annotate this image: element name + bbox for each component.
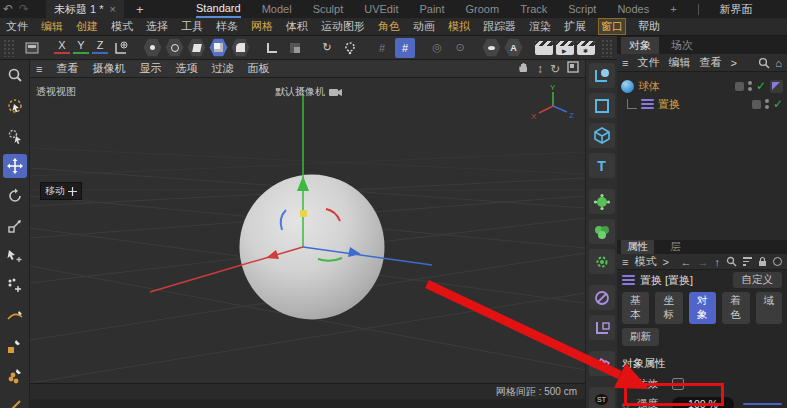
viewport-menu-display[interactable]: 显示 [139, 61, 161, 76]
menu-edit[interactable]: 编辑 [41, 19, 63, 34]
layer-chip[interactable] [735, 82, 744, 91]
menu-mesh[interactable]: 网格 [251, 19, 273, 34]
make-editable-button[interactable] [22, 38, 42, 58]
mode-menu[interactable]: 模式 [634, 254, 656, 269]
rectangle-spline-icon[interactable] [589, 93, 615, 118]
menu-spline[interactable]: 样条 [216, 19, 238, 34]
y-axis-lock-button[interactable]: Y [73, 39, 89, 57]
close-tab-icon[interactable]: × [110, 3, 116, 15]
menu-mograph[interactable]: 运动图形 [321, 19, 365, 34]
model-mode-button[interactable] [209, 38, 228, 57]
enable-axis-button[interactable] [262, 38, 282, 58]
visibility-dots[interactable] [765, 99, 769, 109]
keyframe-diamond-icon[interactable]: ◇ [622, 399, 632, 408]
search-icon[interactable] [726, 256, 737, 267]
field-icon[interactable] [589, 285, 615, 310]
modeling-settings-button[interactable] [340, 38, 360, 58]
chevron-right-icon[interactable]: > [662, 256, 668, 268]
scale-tool[interactable] [3, 214, 27, 238]
strength-input[interactable]: 100 % [672, 397, 734, 408]
workspace-tab-model[interactable]: Model [262, 1, 292, 17]
workspace-tab-uvedit[interactable]: UVEdit [364, 1, 398, 17]
menu-window[interactable]: 窗口 [599, 19, 625, 34]
tab-attributes[interactable]: 属性 [621, 240, 654, 254]
cube-primitive-icon[interactable] [589, 123, 615, 148]
workspace-tab-groom[interactable]: Groom [466, 1, 500, 17]
undo-icon[interactable]: ↶ [0, 0, 16, 18]
spline-smooth-tool[interactable] [3, 334, 27, 358]
tab-coordinates[interactable]: 坐标 [655, 292, 682, 324]
workspace-tab-paint[interactable]: Paint [419, 1, 444, 17]
volume-builder-icon[interactable] [589, 219, 615, 244]
menu-simulate[interactable]: 模拟 [448, 19, 470, 34]
emulation-checkbox[interactable] [672, 378, 684, 390]
redo-icon[interactable]: ↷ [16, 0, 32, 18]
object-menu-edit[interactable]: 编辑 [668, 55, 690, 70]
render-picture-viewer-button[interactable]: ▶ [556, 41, 574, 55]
orbit-view-icon[interactable]: ↻ [550, 62, 560, 76]
viewport-menu-panel[interactable]: 面板 [247, 61, 269, 76]
viewport-solo-button[interactable] [482, 38, 501, 57]
filter-icon[interactable] [743, 257, 752, 266]
add-workspace-button[interactable]: + [670, 1, 676, 17]
null-axis-icon[interactable] [589, 315, 615, 340]
transform-tool[interactable] [3, 244, 27, 268]
deformer-icon[interactable] [589, 249, 615, 274]
viewport-menu-view[interactable]: 查看 [56, 61, 78, 76]
workplane-lock-icon[interactable] [111, 38, 131, 58]
render-settings-button[interactable]: ✱ [577, 41, 595, 55]
tree-row-displacer[interactable]: 置换 ✓ [621, 95, 783, 113]
menu-render[interactable]: 渲染 [529, 19, 551, 34]
auto-mode-button[interactable]: A [504, 38, 523, 57]
search-icon[interactable] [3, 64, 27, 88]
menu-select[interactable]: 选择 [146, 19, 168, 34]
menu-volume[interactable]: 体积 [286, 19, 308, 34]
maximize-view-icon[interactable] [567, 61, 579, 76]
phong-tag-icon[interactable] [770, 80, 783, 93]
view-label[interactable]: 透视视图 [36, 85, 76, 99]
render-view-button[interactable] [535, 41, 553, 55]
workspace-tab-track[interactable]: Track [520, 1, 547, 17]
up-icon[interactable]: ↑ [715, 256, 721, 268]
tab-takes[interactable]: 场次 [663, 37, 701, 54]
toolbar-grip-right[interactable] [601, 39, 614, 57]
history-icon[interactable] [773, 257, 782, 266]
zoom-view-icon[interactable]: ↕ [537, 62, 543, 76]
back-icon[interactable]: ← [681, 256, 692, 268]
live-selection-tool[interactable] [3, 94, 27, 118]
menu-create[interactable]: 创建 [76, 19, 98, 34]
object-menu-view[interactable]: 查看 [699, 55, 721, 70]
spline-arc-tool[interactable] [3, 364, 27, 388]
preset-dropdown[interactable]: 自定义 [733, 272, 783, 288]
snap-button[interactable]: # [372, 38, 392, 58]
add-document-button[interactable]: + [136, 2, 144, 17]
object-mode-button[interactable] [231, 38, 250, 57]
center-icon[interactable]: ⊙ [450, 38, 470, 58]
x-axis-lock-button[interactable]: X [54, 39, 70, 57]
spline-pen-icon[interactable] [589, 63, 615, 88]
object-hamburger-icon[interactable]: ≡ [622, 57, 628, 69]
text-primitive-icon[interactable]: T [589, 153, 615, 178]
keyframe-diamond-icon[interactable]: ◇ [622, 379, 632, 390]
toolbar-grip[interactable] [3, 39, 16, 57]
tab-refresh[interactable]: 刷新 [622, 328, 659, 346]
new-interface-button[interactable]: 新界面 [720, 1, 753, 17]
menu-tools[interactable]: 工具 [181, 19, 203, 34]
strength-slider[interactable] [743, 403, 782, 405]
move-tool[interactable] [3, 154, 27, 178]
axis-center-button[interactable]: ↻ [317, 38, 337, 58]
subdivision-surface-icon[interactable] [589, 189, 615, 214]
instance-icon[interactable] [589, 351, 615, 376]
sound-track-icon[interactable]: ST [589, 387, 615, 408]
camera-label[interactable]: 默认摄像机 [275, 85, 343, 99]
enable-check-icon[interactable]: ✓ [756, 79, 766, 93]
tab-layers[interactable]: 层 [664, 240, 687, 254]
rotate-tool[interactable] [3, 184, 27, 208]
lock-icon[interactable] [758, 256, 767, 267]
viewport-menu-camera[interactable]: 摄像机 [92, 61, 125, 76]
workspace-tab-standard[interactable]: Standard [196, 0, 241, 18]
pan-icon[interactable] [517, 61, 530, 77]
enable-check-icon[interactable]: ✓ [773, 97, 783, 111]
workspace-tab-nodes[interactable]: Nodes [617, 1, 649, 17]
workspace-tab-sculpt[interactable]: Sculpt [313, 1, 344, 17]
